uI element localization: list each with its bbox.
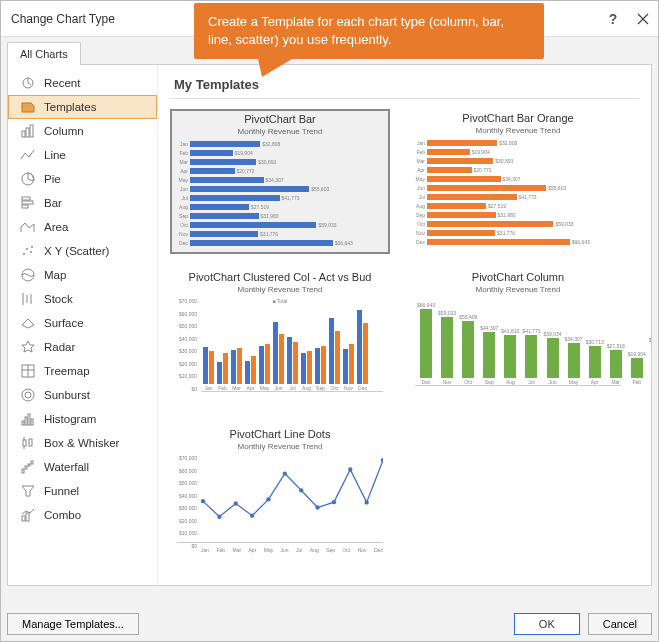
svg-point-49	[348, 467, 352, 471]
svg-rect-29	[31, 419, 33, 425]
sidebar-item-area[interactable]: Area	[8, 215, 157, 239]
bar-row: Mar$30,893	[176, 158, 382, 166]
sidebar-item-label: Line	[44, 149, 66, 161]
dialog-title: Change Chart Type	[11, 12, 115, 26]
bar-row: Jul$41,773	[176, 194, 382, 202]
svg-rect-27	[25, 417, 27, 425]
chart-type-icon	[20, 171, 36, 187]
sidebar-item-bar[interactable]: Bar	[8, 191, 157, 215]
sidebar-item-label: Templates	[44, 101, 96, 113]
close-button[interactable]	[628, 4, 658, 34]
sidebar-item-sunburst[interactable]: Sunburst	[8, 383, 157, 407]
sidebar-item-histogram[interactable]: Histogram	[8, 407, 157, 431]
templates-grid: PivotChart BarMonthly Revenue TrendJan$3…	[170, 109, 639, 568]
sidebar-item-label: Histogram	[44, 413, 96, 425]
svg-point-46	[299, 488, 303, 492]
bar-row: Feb$19,904	[413, 148, 621, 156]
svg-rect-6	[26, 128, 29, 137]
bar-row: Sep$31,980	[413, 211, 621, 219]
svg-point-24	[22, 389, 34, 401]
sidebar-item-radar[interactable]: Radar	[8, 335, 157, 359]
template-thumb[interactable]: PivotChart BarMonthly Revenue TrendJan$3…	[170, 109, 390, 254]
template-thumb[interactable]: PivotChart ColumnMonthly Revenue Trend$6…	[408, 268, 628, 411]
bar-row: Nov$31,776	[413, 229, 621, 237]
sidebar-item-recent[interactable]: Recent	[8, 71, 157, 95]
bar-row: Oct$59,033	[176, 221, 382, 229]
chart-type-icon	[20, 315, 36, 331]
svg-rect-28	[28, 414, 30, 425]
ok-button[interactable]: OK	[514, 613, 580, 635]
footer: Manage Templates... OK Cancel	[7, 613, 652, 635]
bar-row: May$34,307	[413, 175, 621, 183]
sidebar-item-label: Waterfall	[44, 461, 89, 473]
sidebar-item-label: Stock	[44, 293, 73, 305]
sidebar-item-treemap[interactable]: Treemap	[8, 359, 157, 383]
template-thumb[interactable]: PivotChart Clustered Col - Act vs BudMon…	[170, 268, 390, 411]
bar-row: Jan$32,808	[413, 139, 621, 147]
cancel-button[interactable]: Cancel	[588, 613, 652, 635]
sidebar-item-surface[interactable]: Surface	[8, 311, 157, 335]
svg-point-41	[217, 515, 221, 519]
chart-type-icon	[20, 483, 36, 499]
template-thumb[interactable]: PivotChart Line DotsMonthly Revenue Tren…	[170, 425, 390, 568]
svg-rect-9	[22, 197, 30, 200]
svg-rect-30	[23, 440, 26, 446]
template-subtitle: Monthly Revenue Trend	[175, 442, 385, 451]
bar-row: Apr$20,772	[413, 166, 621, 174]
sidebar: RecentTemplatesColumnLinePieBarAreaX Y (…	[8, 65, 158, 585]
sidebar-item-label: Map	[44, 269, 66, 281]
sidebar-item-waterfall[interactable]: Waterfall	[8, 455, 157, 479]
sidebar-item-label: Column	[44, 125, 84, 137]
sidebar-item-funnel[interactable]: Funnel	[8, 479, 157, 503]
template-subtitle: Monthly Revenue Trend	[413, 285, 623, 294]
template-name: PivotChart Line Dots	[175, 428, 385, 440]
sidebar-item-column[interactable]: Column	[8, 119, 157, 143]
bar-row: Apr$20,772	[176, 167, 382, 175]
svg-rect-5	[22, 131, 25, 137]
callout-tooltip: Create a Template for each chart type (c…	[194, 3, 544, 59]
template-thumb[interactable]: PivotChart Bar OrangeMonthly Revenue Tre…	[408, 109, 628, 254]
bar-row: Jul$41,773	[413, 193, 621, 201]
tab-all-charts[interactable]: All Charts	[7, 42, 81, 65]
bar-row: May$34,307	[176, 176, 382, 184]
sidebar-item-label: Bar	[44, 197, 62, 209]
svg-line-4	[28, 83, 31, 85]
chart-type-icon	[20, 195, 36, 211]
sidebar-item-map[interactable]: Map	[8, 263, 157, 287]
template-name: PivotChart Clustered Col - Act vs Bud	[175, 271, 385, 283]
svg-rect-34	[22, 469, 24, 473]
chart-type-icon	[20, 363, 36, 379]
chart-type-icon	[20, 435, 36, 451]
sidebar-item-x-y-scatter-[interactable]: X Y (Scatter)	[8, 239, 157, 263]
svg-point-44	[266, 497, 270, 501]
sidebar-item-combo[interactable]: Combo	[8, 503, 157, 527]
sidebar-item-label: Combo	[44, 509, 81, 521]
help-button[interactable]: ?	[598, 4, 628, 34]
manage-templates-button[interactable]: Manage Templates...	[7, 613, 139, 635]
sidebar-item-label: X Y (Scatter)	[44, 245, 109, 257]
svg-point-45	[283, 471, 287, 475]
sidebar-item-box-whisker[interactable]: Box & Whisker	[8, 431, 157, 455]
svg-rect-39	[26, 513, 29, 521]
svg-point-51	[381, 458, 383, 462]
sidebar-item-stock[interactable]: Stock	[8, 287, 157, 311]
bar-row: Jun$55,603	[176, 185, 382, 193]
dialog-body: RecentTemplatesColumnLinePieBarAreaX Y (…	[7, 64, 652, 586]
svg-point-12	[23, 253, 25, 255]
sidebar-item-label: Funnel	[44, 485, 79, 497]
template-name: PivotChart Column	[413, 271, 623, 283]
svg-rect-11	[22, 205, 28, 208]
svg-point-13	[26, 248, 28, 250]
svg-point-15	[31, 246, 33, 248]
chart-type-icon	[20, 339, 36, 355]
sidebar-item-label: Sunburst	[44, 389, 90, 401]
sidebar-item-line[interactable]: Line	[8, 143, 157, 167]
chart-type-icon	[20, 123, 36, 139]
sidebar-item-templates[interactable]: Templates	[8, 95, 157, 119]
template-name: PivotChart Bar Orange	[413, 112, 623, 124]
sidebar-item-pie[interactable]: Pie	[8, 167, 157, 191]
svg-rect-7	[30, 125, 33, 137]
svg-point-14	[30, 251, 32, 253]
sidebar-item-label: Recent	[44, 77, 80, 89]
template-name: PivotChart Bar	[176, 113, 384, 125]
